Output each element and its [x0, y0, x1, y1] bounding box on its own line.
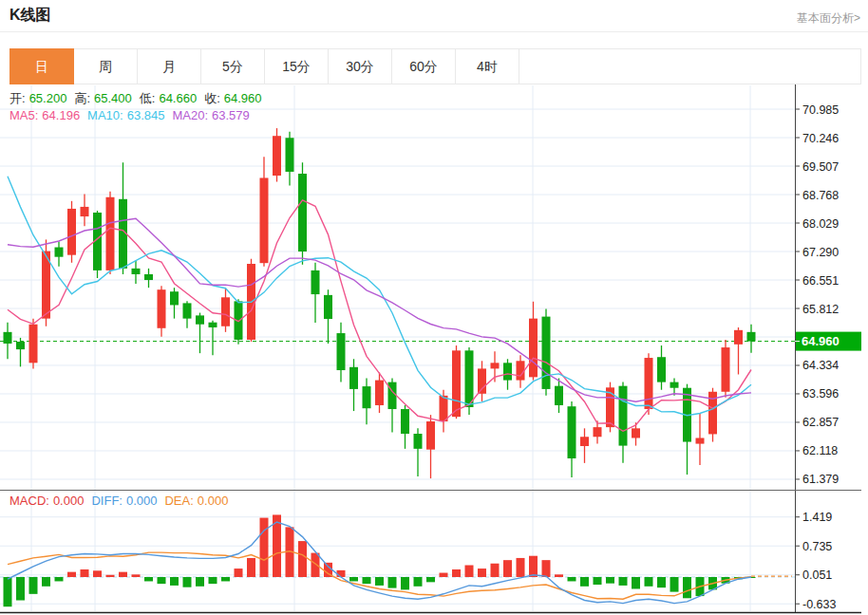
candle-body	[517, 361, 525, 380]
ohlc-item-0: 开:65.200	[9, 90, 70, 107]
candle-body	[696, 438, 705, 443]
macd-bar	[196, 577, 204, 587]
candle-body	[734, 330, 743, 345]
macd-bar	[170, 577, 179, 586]
candle-body	[465, 350, 474, 407]
candle-body	[594, 427, 602, 437]
candle-body	[491, 363, 500, 368]
macd-bar	[132, 574, 141, 577]
macd-bar	[670, 577, 679, 592]
macd-bar	[363, 577, 371, 584]
macd-bar	[555, 574, 563, 577]
candle-body	[16, 342, 25, 349]
macd-bar	[503, 560, 512, 577]
candle-body	[414, 434, 423, 449]
macd-bar	[119, 572, 127, 577]
candle-body	[555, 386, 563, 405]
price-tick-label: 67.290	[802, 246, 839, 259]
macd-bar	[580, 577, 589, 587]
macd-tick-label: 0.735	[802, 540, 832, 553]
macd-bar	[478, 568, 486, 577]
candle-body	[221, 297, 230, 326]
candle-body	[542, 317, 551, 389]
macd-bar	[298, 541, 307, 577]
macd-tick-label: 1.419	[802, 511, 832, 524]
price-tick-label: 69.507	[802, 160, 839, 174]
ma-item-0: MA5:64.196	[9, 108, 84, 122]
macd-bar	[606, 577, 614, 584]
macd-bar	[619, 577, 628, 586]
macd-bar	[42, 577, 50, 587]
macd-bar	[260, 518, 269, 577]
candle-body	[209, 323, 217, 327]
candle-body	[632, 428, 640, 438]
macd-bar	[414, 577, 423, 587]
macd-bar	[542, 560, 551, 577]
macd-bar	[349, 577, 358, 581]
price-tick-label: 70.985	[802, 103, 839, 117]
macd-bar	[144, 577, 153, 581]
candle-body	[452, 350, 461, 417]
candle-body	[311, 270, 320, 294]
candle-body	[144, 274, 153, 280]
macd-bar	[426, 577, 435, 582]
ohlc-item-1: 高:65.400	[74, 90, 135, 107]
macd-bar	[440, 573, 448, 577]
macd-bar	[491, 564, 500, 577]
candle-body	[580, 437, 589, 446]
ohlc-legend: 开:65.200高:65.400低:64.660收:64.960	[9, 90, 270, 107]
price-tick-label: 63.596	[802, 387, 839, 401]
macd-bar	[4, 577, 12, 606]
candle-body	[273, 136, 281, 176]
macd-bar	[247, 558, 255, 577]
candle-body	[722, 347, 730, 392]
candle-body	[4, 332, 12, 344]
candle-body	[606, 387, 614, 427]
kline-page: K线图 基本面分析> 日周月5分15分30分60分4时 70.98570.246…	[0, 0, 868, 615]
macd-bar	[657, 577, 666, 587]
candle-body	[670, 382, 679, 388]
candle-body	[196, 315, 204, 324]
ma-item-1: MA10:63.845	[87, 108, 168, 122]
macd-bar	[645, 577, 653, 587]
grid-lines	[0, 85, 795, 611]
macd-bar	[93, 570, 102, 577]
macd-bar	[452, 569, 461, 577]
candle-body	[29, 325, 38, 363]
candle-body	[363, 386, 371, 408]
candle-body	[81, 207, 89, 216]
candle-body	[426, 421, 435, 450]
price-tick-label: 64.334	[802, 359, 839, 372]
candle-body	[106, 197, 115, 270]
macd-bar	[337, 570, 346, 577]
macd-bar	[568, 577, 576, 581]
macd-pane	[4, 514, 793, 606]
price-tick-label: 61.379	[802, 473, 839, 486]
price-tick-label: 62.118	[802, 444, 838, 457]
candlestick-pane	[0, 128, 795, 478]
candle-body	[324, 295, 332, 319]
candle-body	[337, 333, 346, 370]
candle-body	[132, 269, 141, 274]
candle-body	[568, 406, 576, 458]
candle-body	[529, 319, 538, 378]
macd-item-0: MACD:0.000	[9, 494, 87, 508]
candle-body	[170, 291, 179, 305]
macd-bar	[158, 577, 166, 584]
macd-bar	[183, 577, 192, 587]
macd-tick-label: -0.633	[802, 598, 836, 611]
macd-bar	[16, 577, 25, 601]
macd-bar	[683, 577, 691, 598]
macd-tick-label: 0.051	[802, 568, 832, 582]
macd-bar	[517, 558, 525, 577]
macd-bar	[465, 566, 474, 577]
price-tick-label: 70.246	[802, 132, 839, 145]
price-tick-label: 68.029	[802, 217, 839, 231]
candle-body	[645, 358, 653, 409]
macd-legend: MACD:0.000DIFF:0.000DEA:0.000	[9, 494, 236, 508]
ohlc-item-2: 低:64.660	[140, 90, 200, 107]
macd-bar	[375, 577, 384, 586]
price-tick-label: 62.857	[802, 416, 839, 429]
macd-bar	[29, 577, 38, 594]
macd-item-2: DEA:0.000	[164, 494, 232, 508]
